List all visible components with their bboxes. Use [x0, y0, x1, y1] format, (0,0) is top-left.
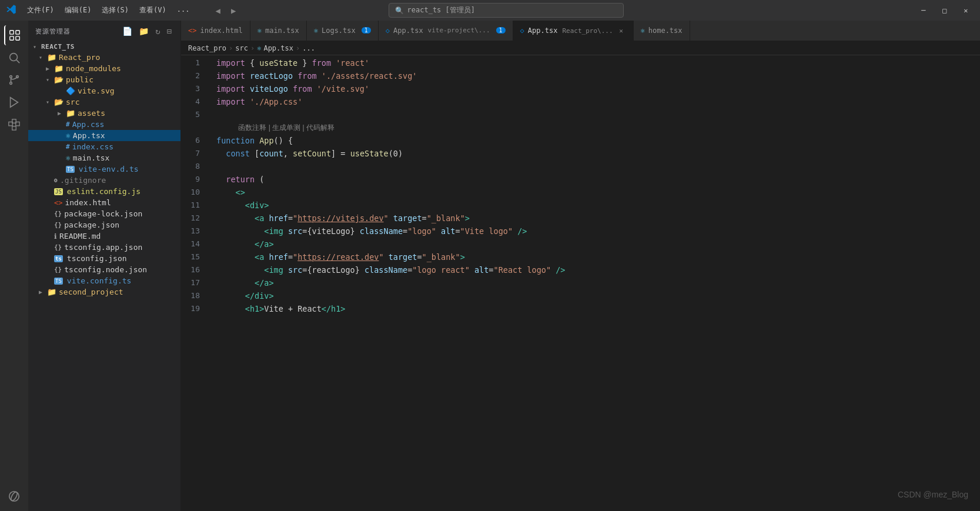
sidebar-header: 资源管理器 📄 📁 ↻ ⊟	[28, 21, 180, 42]
remote-activity-icon[interactable]	[4, 486, 24, 506]
token-import-2: import	[216, 69, 245, 82]
token-reactlogo: reactLogo	[245, 69, 297, 82]
token-reactdev-url: https://react.dev	[297, 251, 379, 263]
tree-item-tsconfig_app[interactable]: {} tsconfig.app.json	[28, 242, 180, 253]
md-file-icon: ℹ	[54, 232, 57, 241]
gutter-6: 6	[181, 134, 206, 147]
breadcrumb-app_tsx[interactable]: App.tsx	[263, 44, 293, 52]
tree-item-react_pro[interactable]: ▾ 📁 React_pro	[28, 52, 180, 63]
tree-item-tsconfig_node[interactable]: {} tsconfig.node.json	[28, 264, 180, 275]
tree-item-assets[interactable]: ▶ 📁 assets	[28, 108, 180, 119]
tab-icon-app-tsx-1: ◇	[386, 26, 390, 35]
gutter-3: 3	[181, 82, 206, 95]
tab-bar: <> index.html ⚛ main.tsx ⚛ Logs.tsx 1 ◇ …	[181, 21, 980, 41]
new-folder-icon[interactable]: 📁	[138, 25, 150, 37]
tab-home_tsx[interactable]: ⚛ home.tsx	[634, 21, 690, 41]
tree-item-pkg_lock[interactable]: {} package-lock.json	[28, 208, 180, 219]
search-activity-icon[interactable]	[4, 48, 24, 68]
nav-arrows: ◀ ▶	[212, 5, 239, 16]
index_html-label: index.html	[65, 198, 111, 207]
vite_env-label: vite-env.d.ts	[79, 165, 139, 173]
tree-item-index_css[interactable]: # index.css	[28, 141, 180, 152]
minimize-button[interactable]: ─	[915, 5, 932, 16]
tree-item-node_modules[interactable]: ▶ 📁 node_modules	[28, 63, 180, 74]
refresh-icon[interactable]: ↻	[154, 25, 162, 37]
extensions-activity-icon[interactable]	[4, 115, 24, 135]
token-indent3	[216, 186, 236, 199]
maximize-button[interactable]: □	[936, 5, 953, 16]
token-usestate2: useState	[350, 147, 389, 160]
folder-closed-icon: 📁	[54, 64, 63, 73]
tree-item-src[interactable]: ▾ 📂 src	[28, 96, 180, 108]
tree-item-readme[interactable]: ℹ README.md	[28, 231, 180, 242]
assets-folder-icon: 📁	[66, 109, 75, 118]
run-debug-activity-icon[interactable]	[4, 92, 24, 112]
nav-forward-button[interactable]: ▶	[228, 5, 239, 16]
menu-select[interactable]: 选择(S)	[97, 4, 133, 17]
source-control-activity-icon[interactable]	[4, 70, 24, 90]
tree-item-eslint[interactable]: JS eslint.config.js	[28, 186, 180, 197]
breadcrumb-ellipsis[interactable]: ...	[302, 44, 315, 52]
token-quote1: "	[293, 212, 297, 225]
tree-item-index_html[interactable]: <> index.html	[28, 197, 180, 208]
explorer-activity-icon[interactable]	[4, 25, 24, 45]
close-button[interactable]: ✕	[958, 5, 974, 16]
tsconfig_json-label: tsconfig.json	[67, 254, 127, 263]
token-vitejs-url: https://vitejs.dev	[297, 212, 383, 225]
tab-app_tsx_1[interactable]: ◇ App.tsx vite-project\... 1	[379, 21, 513, 41]
tree-item-vite_config[interactable]: TS vite.config.ts	[28, 275, 180, 286]
breadcrumb-react_pro[interactable]: React_pro	[188, 44, 226, 52]
tab-index_html[interactable]: <> index.html	[181, 21, 250, 41]
svg-rect-13	[12, 126, 16, 130]
token-eq10: =	[489, 263, 493, 276]
new-file-icon[interactable]: 📄	[121, 25, 134, 37]
token-selfclose2: />	[551, 263, 565, 276]
token-react-str: 'react'	[331, 56, 369, 69]
tree-item-app_css[interactable]: # App.css	[28, 119, 180, 130]
tree-item-gitignore[interactable]: ⚙ .gitignore	[28, 175, 180, 186]
code-content[interactable]: ⚛ import { useState } from 'react' ⚛ imp…	[210, 55, 980, 511]
tree-item-tsconfig_json[interactable]: ts tsconfig.json	[28, 253, 180, 264]
tree-item-second_project[interactable]: ▶ 📁 second_project	[28, 286, 180, 298]
code-line-12: <a href = " https://vitejs.dev " target …	[216, 212, 980, 225]
html-file-icon: <>	[54, 199, 62, 207]
tab-badge-app1: 1	[496, 27, 506, 34]
tab-main_tsx[interactable]: ⚛ main.tsx	[250, 21, 307, 41]
token-indent4	[216, 199, 245, 212]
token-function: function	[216, 134, 255, 147]
token-sp4	[470, 263, 474, 276]
tree-root-react_ts[interactable]: ▾ REACT_TS	[28, 42, 180, 52]
search-box[interactable]: 🔍 react_ts [管理员]	[389, 3, 624, 18]
tree-item-pkg_json[interactable]: {} package.json	[28, 219, 180, 231]
gutter-13: 13	[181, 225, 206, 238]
tree-item-vite_svg[interactable]: 🔷 vite.svg	[28, 85, 180, 96]
token-app-fn: App	[259, 134, 273, 147]
tree-item-vite_env[interactable]: TS vite-env.d.ts	[28, 163, 180, 175]
tsconfig-app-icon: {}	[54, 243, 62, 251]
gitignore-icon: ⚙	[54, 177, 58, 183]
code-line-11: <div>	[216, 199, 980, 212]
menu-view[interactable]: 查看(V)	[135, 4, 171, 17]
nav-back-button[interactable]: ◀	[212, 5, 223, 16]
assets-chevron-icon: ▶	[58, 110, 65, 116]
src-folder-icon: 📂	[54, 98, 63, 106]
token-eq2: =	[422, 212, 427, 225]
menu-edit[interactable]: 编辑(E)	[60, 4, 96, 17]
collapse-all-icon[interactable]: ⊟	[166, 25, 173, 37]
tab-app_tsx_active[interactable]: ◇ App.tsx React_pro\... ✕	[513, 21, 634, 41]
tab-logs_tsx[interactable]: ⚛ Logs.tsx 1	[307, 21, 379, 41]
token-blank1: "_blank"	[427, 212, 465, 225]
token-src-attr: src	[288, 225, 302, 238]
menu-file[interactable]: 文件(F)	[22, 4, 59, 17]
tree-item-public[interactable]: ▾ 📂 public	[28, 74, 180, 85]
tab-close-button[interactable]: ✕	[617, 26, 626, 35]
svg-file-icon: 🔷	[66, 86, 75, 95]
breadcrumb-src[interactable]: src	[235, 44, 248, 52]
menu-more[interactable]: ...	[172, 4, 195, 17]
gutter-14: 14	[181, 238, 206, 251]
gutter-4: 4	[181, 95, 206, 108]
gutter-2: 2	[181, 69, 206, 82]
token-a-close2: </a>	[255, 276, 274, 289]
tree-item-main_tsx[interactable]: ⚛ main.tsx	[28, 152, 180, 163]
tree-item-app_tsx[interactable]: ⚛ App.tsx	[28, 130, 180, 141]
